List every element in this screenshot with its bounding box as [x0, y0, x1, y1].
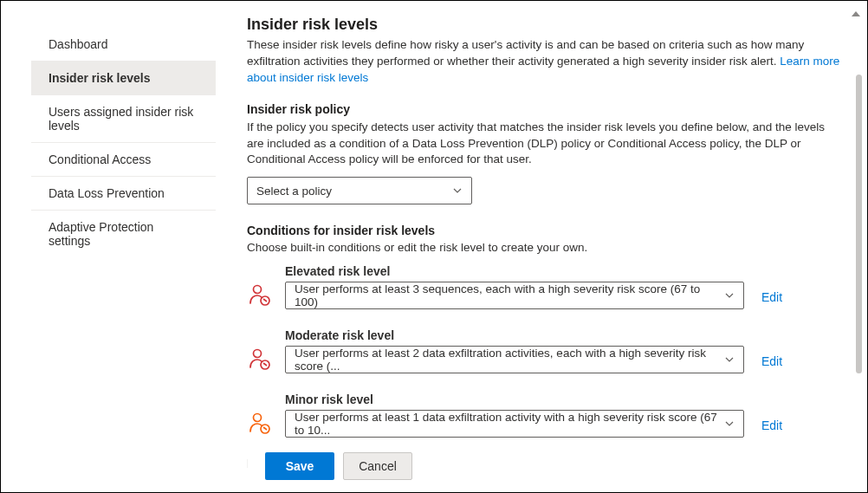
- user-risk-icon: [247, 282, 273, 308]
- svg-point-0: [254, 286, 262, 294]
- conditions-heading: Conditions for insider risk levels: [247, 224, 843, 237]
- risk-content-minor: Minor risk level User performs at least …: [285, 392, 744, 438]
- page-title: Insider risk levels: [247, 16, 843, 34]
- main-content: Insider risk levels These insider risk l…: [226, 10, 867, 492]
- policy-select-placeholder: Select a policy: [256, 185, 332, 198]
- risk-row-elevated: Elevated risk level User performs at lea…: [247, 264, 843, 309]
- sidebar-item-insider-risk-levels[interactable]: Insider risk levels: [31, 62, 216, 95]
- policy-section: Insider risk policy If the policy you sp…: [247, 102, 843, 205]
- cancel-button[interactable]: Cancel: [343, 452, 412, 480]
- conditions-section: Conditions for insider risk levels Choos…: [247, 224, 843, 438]
- risk-select-value-elevated: User performs at least 3 sequences, each…: [295, 282, 724, 308]
- risk-row-moderate: Moderate risk level User performs at lea…: [247, 328, 843, 373]
- risk-select-value-moderate: User performs at least 2 data exfiltrati…: [295, 347, 724, 373]
- risk-select-elevated[interactable]: User performs at least 3 sequences, each…: [285, 282, 744, 309]
- edit-link-minor[interactable]: Edit: [761, 418, 782, 438]
- risk-select-moderate[interactable]: User performs at least 2 data exfiltrati…: [285, 346, 744, 373]
- policy-description: If the policy you specify detects user a…: [247, 120, 843, 169]
- page-description-text: These insider risk levels define how ris…: [247, 38, 804, 68]
- svg-point-2: [254, 350, 262, 358]
- user-risk-icon: [247, 346, 273, 372]
- edit-link-moderate[interactable]: Edit: [761, 354, 782, 373]
- risk-label-minor: Minor risk level: [285, 392, 744, 406]
- risk-content-moderate: Moderate risk level User performs at lea…: [285, 328, 744, 373]
- chevron-down-icon: [724, 354, 735, 365]
- side-nav: Dashboard Insider risk levels Users assi…: [1, 10, 226, 492]
- sidebar-item-dlp[interactable]: Data Loss Prevention: [31, 177, 216, 211]
- chevron-down-icon: [452, 185, 463, 196]
- chevron-down-icon: [724, 418, 735, 429]
- app-shell: Dashboard Insider risk levels Users assi…: [1, 1, 867, 492]
- save-button[interactable]: Save: [265, 452, 334, 480]
- sidebar-item-dashboard[interactable]: Dashboard: [31, 28, 216, 62]
- risk-select-minor[interactable]: User performs at least 1 data exfiltrati…: [285, 410, 744, 438]
- conditions-description: Choose built-in conditions or edit the r…: [247, 241, 843, 254]
- policy-heading: Insider risk policy: [247, 102, 843, 116]
- chevron-down-icon: [724, 290, 735, 301]
- sidebar-item-adaptive-protection[interactable]: Adaptive Protection settings: [31, 211, 216, 257]
- risk-row-minor: Minor risk level User performs at least …: [247, 392, 843, 438]
- risk-select-value-minor: User performs at least 1 data exfiltrati…: [295, 411, 724, 437]
- risk-label-moderate: Moderate risk level: [285, 328, 744, 342]
- button-bar: Save Cancel: [248, 444, 867, 492]
- policy-select[interactable]: Select a policy: [247, 177, 472, 204]
- sidebar-item-conditional-access[interactable]: Conditional Access: [31, 143, 216, 177]
- edit-link-elevated[interactable]: Edit: [761, 290, 782, 309]
- user-risk-icon: [247, 410, 273, 436]
- page-description: These insider risk levels define how ris…: [247, 37, 843, 87]
- risk-content-elevated: Elevated risk level User performs at lea…: [285, 264, 744, 309]
- sidebar-item-users-assigned[interactable]: Users assigned insider risk levels: [31, 95, 216, 143]
- risk-label-elevated: Elevated risk level: [285, 264, 744, 278]
- svg-point-4: [254, 414, 262, 422]
